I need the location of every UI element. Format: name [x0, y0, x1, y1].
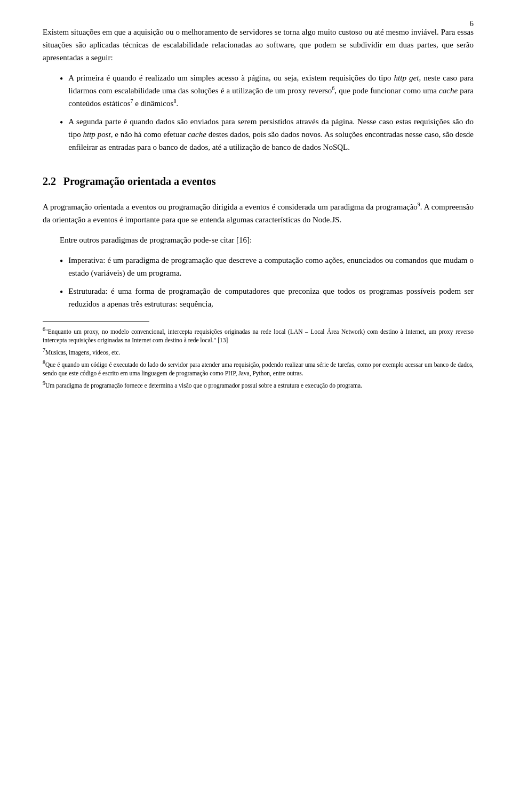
bullet-dot-1: •: [60, 71, 63, 87]
italic-cache-1: cache: [439, 86, 458, 95]
fn-sup-8: 8: [43, 359, 45, 365]
fn-sup-9: 9: [43, 380, 45, 386]
italic-http-post: http post: [83, 130, 111, 139]
page: 6 Existem situações em que a aquisição o…: [0, 0, 512, 812]
footnote-8: 8Que é quando um código é executado do l…: [43, 359, 474, 377]
bullet-text-1: A primeira é quando é realizado um simpl…: [68, 71, 474, 110]
paragraph-2: A programação orientada a eventos ou pro…: [43, 200, 474, 226]
bullet-dot-3: •: [60, 254, 63, 269]
sup-9: 9: [418, 202, 420, 207]
paragraph-3: Entre outros paradigmas de programação p…: [60, 234, 474, 246]
bullet-text-4: Estruturada: é uma forma de programação …: [68, 285, 474, 310]
bullet-item-3: • Imperativa: é um paradigma de programa…: [60, 254, 474, 279]
sup-7: 7: [131, 98, 133, 104]
bullet-text-2: A segunda parte é quando dados são envia…: [68, 115, 474, 154]
fn-sup-7: 7: [43, 347, 45, 353]
section-number: 2.2: [43, 175, 56, 187]
italic-http-get: http get: [394, 74, 419, 82]
bullet-text-3: Imperativa: é um paradigma de programaçã…: [68, 254, 474, 279]
fn-sup-6: 6: [43, 326, 45, 332]
bullet-item-4: • Estruturada: é uma forma de programaçã…: [60, 285, 474, 310]
paragraph-1: Existem situações em que a aquisição ou …: [43, 26, 474, 64]
bullet-item-1: • A primeira é quando é realizado um sim…: [60, 71, 474, 110]
bullet-list-2: • Imperativa: é um paradigma de programa…: [60, 254, 474, 310]
italic-cache-2: cache: [188, 130, 206, 139]
footnote-9: 9Um paradigma de programação fornece e d…: [43, 380, 474, 390]
section-2-2-heading: 2.2 Programação orientada a eventos: [43, 173, 474, 190]
page-number: 6: [470, 17, 474, 30]
footnote-divider: [43, 321, 149, 321]
bullet-item-2: • A segunda parte é quando dados são env…: [60, 115, 474, 154]
footnote-6: 6"Enquanto um proxy, no modelo convencio…: [43, 326, 474, 344]
section-title: Programação orientada a eventos: [58, 175, 216, 187]
footnotes: 6"Enquanto um proxy, no modelo convencio…: [43, 326, 474, 390]
bullet-list-1: • A primeira é quando é realizado um sim…: [60, 71, 474, 154]
footnote-7: 7Musicas, imagens, vídeos, etc.: [43, 347, 474, 357]
sup-8: 8: [173, 98, 176, 104]
sup-6: 6: [332, 85, 334, 91]
bullet-dot-4: •: [60, 285, 63, 300]
bullet-dot-2: •: [60, 115, 63, 131]
